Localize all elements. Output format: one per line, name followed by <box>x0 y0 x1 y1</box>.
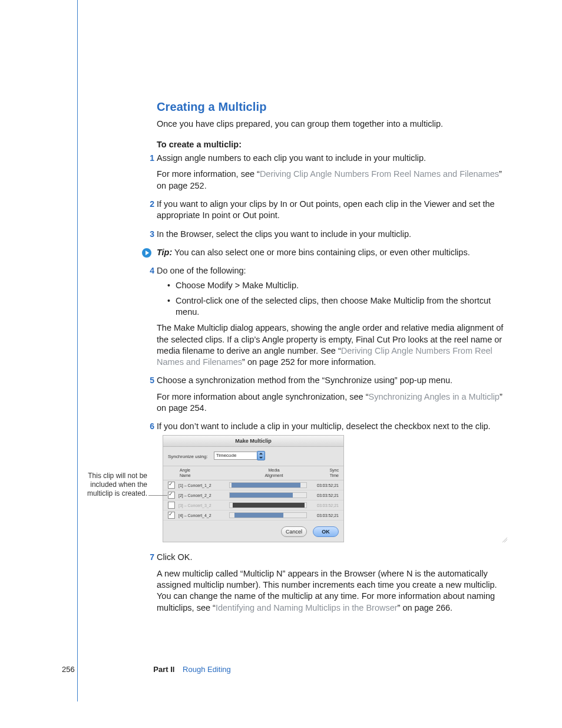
step-number: 6 <box>144 421 154 432</box>
sync-using-label: Synchronize using: <box>168 454 208 459</box>
dialog-figure: Make Multiclip Synchronize using: Timeco… <box>157 435 507 543</box>
dialog-toolbar: Synchronize using: Timecode <box>163 447 343 466</box>
section-label: Rough Editing <box>183 665 231 674</box>
step-number: 5 <box>144 375 154 386</box>
angle-name: [1] – Concert_1_2 <box>178 483 226 488</box>
step-4-options: Choose Modify > Make Multiclip. Control-… <box>157 280 507 318</box>
step-number: 3 <box>144 229 154 240</box>
tip-row: Tip: You can also select one or more bin… <box>157 247 507 258</box>
step-7-after: A new multiclip called “Multiclip N” app… <box>157 568 507 614</box>
media-alignment-bar <box>229 502 307 508</box>
step-7: 7 Click OK. A new multiclip called “Mult… <box>157 552 507 613</box>
sync-time: 03:03:52;21 <box>310 513 339 518</box>
clip-row: [4] – Concert_4_2 03:03:52;21 <box>163 510 343 521</box>
step-4-after: The Make Multiclip dialog appears, showi… <box>157 322 507 368</box>
make-multiclip-dialog: Make Multiclip Synchronize using: Timeco… <box>163 435 344 543</box>
include-checkbox[interactable] <box>168 482 175 489</box>
callout-leader-line <box>148 495 167 496</box>
step-4: 4 Do one of the following: Choose Modify… <box>157 265 507 368</box>
step-3: 3 In the Browser, select the clips you w… <box>157 229 507 240</box>
option-context-menu: Control-click one of the selected clips,… <box>167 295 507 318</box>
sync-time: 03:03:52;21 <box>310 493 339 498</box>
xref-link[interactable]: Deriving Clip Angle Numbers From Reel Na… <box>260 169 499 179</box>
step-1-more: For more information, see “Deriving Clip… <box>157 169 507 192</box>
clip-row: [2] – Concert_2_2 03:03:52;21 <box>163 490 343 500</box>
step-5-more: For more information about angle synchro… <box>157 391 507 414</box>
angle-name: [4] – Concert_4_2 <box>178 513 226 518</box>
step-number: 7 <box>144 552 154 563</box>
section-heading: Creating a Multiclip <box>157 99 507 115</box>
sync-time: 03:03:52;21 <box>310 483 339 488</box>
media-alignment-bar <box>229 482 307 488</box>
tip-icon <box>141 248 152 258</box>
media-alignment-bar <box>229 492 307 498</box>
figure-callout: This clip will not be included when the … <box>82 472 147 498</box>
step-text: Do one of the following: <box>157 266 246 275</box>
tip-label: Tip: <box>157 248 172 257</box>
step-6: 6 If you don’t want to include a clip in… <box>157 421 507 542</box>
clip-row-deselected: [3] – Concert_3_2 03:03:52;21 <box>163 500 343 510</box>
step-number: 2 <box>144 199 154 210</box>
xref-link[interactable]: Identifying and Naming Multiclips in the… <box>216 603 398 612</box>
dialog-footer: Cancel OK <box>163 521 343 542</box>
clip-row: [1] – Concert_1_2 03:03:52;21 <box>163 480 343 490</box>
include-checkbox[interactable] <box>168 492 175 499</box>
step-text: In the Browser, select the clips you wan… <box>157 229 411 239</box>
part-label: Part II <box>153 665 174 674</box>
resize-grip-icon[interactable] <box>501 536 507 542</box>
sync-time: 03:03:52;21 <box>310 503 339 508</box>
option-modify-menu: Choose Modify > Make Multiclip. <box>167 280 507 291</box>
include-checkbox[interactable] <box>168 502 175 509</box>
intro-paragraph: Once you have clips prepared, you can gr… <box>157 118 507 130</box>
tip-text: You can also select one or more bins con… <box>172 248 470 257</box>
page-footer: 256 Part II Rough Editing <box>62 665 231 674</box>
xref-link[interactable]: Synchronizing Angles in a Multiclip <box>368 392 499 401</box>
step-text: If you don’t want to include a clip in y… <box>157 421 491 431</box>
page-number: 256 <box>62 665 75 674</box>
page-accent-rule <box>77 0 78 701</box>
step-text: If you want to align your clips by In or… <box>157 199 495 220</box>
cancel-button[interactable]: Cancel <box>281 526 307 537</box>
media-alignment-bar <box>229 512 307 518</box>
step-text: Click OK. <box>157 552 192 562</box>
include-checkbox[interactable] <box>168 512 175 519</box>
page-content: Creating a Multiclip Once you have clips… <box>157 99 507 621</box>
step-2: 2 If you want to align your clips by In … <box>157 199 507 222</box>
angle-name: [2] – Concert_2_2 <box>178 493 226 498</box>
step-number: 4 <box>144 265 154 276</box>
procedure-subhead: To create a multiclip: <box>157 139 507 150</box>
ok-button[interactable]: OK <box>313 526 339 537</box>
procedure-steps: 1 Assign angle numbers to each clip you … <box>157 153 507 614</box>
step-text: Choose a synchronization method from the… <box>157 375 452 385</box>
dialog-body: AngleName MediaAlignment SyncTime [1] – … <box>163 466 343 521</box>
popup-stepper-icon[interactable] <box>257 451 265 460</box>
sync-using-popup[interactable]: Timecode <box>214 452 259 460</box>
angle-name: [3] – Concert_3_2 <box>178 503 226 508</box>
step-number: 1 <box>144 153 154 164</box>
column-headers: AngleName MediaAlignment SyncTime <box>163 466 343 481</box>
step-text: Assign angle numbers to each clip you wa… <box>157 153 426 163</box>
step-1: 1 Assign angle numbers to each clip you … <box>157 153 507 192</box>
dialog-titlebar: Make Multiclip <box>163 436 343 447</box>
step-5: 5 Choose a synchronization method from t… <box>157 375 507 414</box>
